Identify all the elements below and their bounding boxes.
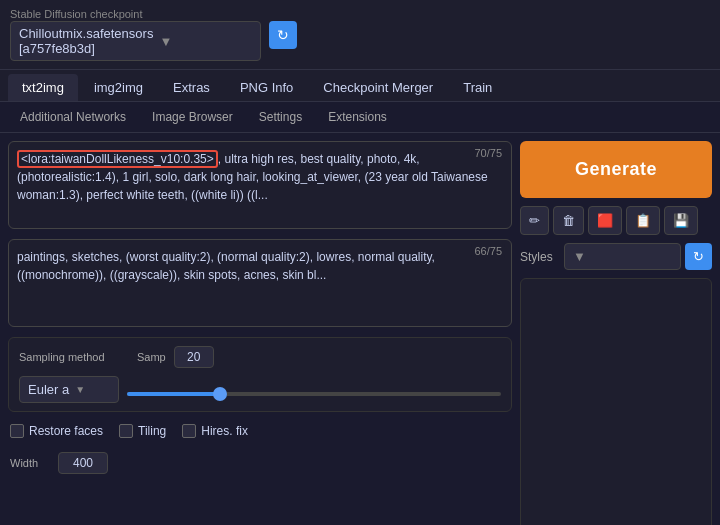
top-bar: Stable Diffusion checkpoint Chilloutmix.… (0, 0, 720, 70)
tab-extras[interactable]: Extras (159, 74, 224, 101)
method-chevron-icon: ▼ (75, 384, 85, 395)
restore-faces-checkbox[interactable]: Restore faces (10, 424, 103, 438)
main-tabs: txt2img img2img Extras PNG Info Checkpoi… (0, 70, 720, 102)
sub-tab-settings[interactable]: Settings (247, 106, 314, 128)
clipboard-button[interactable]: 📋 (626, 206, 660, 235)
tab-checkpoint-merger[interactable]: Checkpoint Merger (309, 74, 447, 101)
floppy-button[interactable]: 💾 (664, 206, 698, 235)
method-value: Euler a (28, 382, 69, 397)
width-value[interactable]: 400 (58, 452, 108, 474)
lora-tag: <lora:taiwanDollLikeness_v10:0.35> (17, 150, 218, 168)
styles-row: Styles ▼ ↻ (520, 243, 712, 270)
sampling-method-dropdown[interactable]: Euler a ▼ (19, 376, 119, 403)
tiling-checkbox[interactable]: Tiling (119, 424, 166, 438)
sub-tab-extensions[interactable]: Extensions (316, 106, 399, 128)
styles-refresh-button[interactable]: ↻ (685, 243, 712, 270)
pencil-button[interactable]: ✏ (520, 206, 549, 235)
image-preview (520, 278, 712, 525)
checkpoint-selector: Stable Diffusion checkpoint Chilloutmix.… (10, 8, 261, 61)
hires-fix-checkbox[interactable]: Hires. fix (182, 424, 248, 438)
sampling-method-label: Sampling method (19, 351, 129, 363)
steps-slider-track (127, 392, 501, 396)
styles-label: Styles (520, 250, 560, 264)
styles-dropdown[interactable]: ▼ (564, 243, 681, 270)
chevron-down-icon: ▼ (159, 34, 251, 49)
hires-fix-checkbox-box (182, 424, 196, 438)
restore-faces-label: Restore faces (29, 424, 103, 438)
restore-faces-checkbox-box (10, 424, 24, 438)
steps-value[interactable]: 20 (174, 346, 214, 368)
sub-tab-image-browser[interactable]: Image Browser (140, 106, 245, 128)
checkpoint-refresh-button[interactable]: ↻ (269, 21, 297, 49)
hires-fix-label: Hires. fix (201, 424, 248, 438)
positive-prompt-text[interactable]: <lora:taiwanDollLikeness_v10:0.35>, ultr… (17, 150, 503, 220)
checkpoint-value: Chilloutmix.safetensors [a757fe8b3d] (19, 26, 153, 56)
neg-prompt-body: paintings, sketches, (worst quality:2), … (17, 250, 435, 282)
trash-button[interactable]: 🗑 (553, 206, 584, 235)
tab-txt2img[interactable]: txt2img (8, 74, 78, 101)
checkpoint-dropdown[interactable]: Chilloutmix.safetensors [a757fe8b3d] ▼ (10, 21, 261, 61)
styles-dropdown-arrow: ▼ (573, 249, 586, 264)
checkpoint-label: Stable Diffusion checkpoint (10, 8, 261, 20)
action-buttons: ✏ 🗑 🟥 📋 💾 (520, 206, 712, 235)
tiling-label: Tiling (138, 424, 166, 438)
tiling-checkbox-box (119, 424, 133, 438)
sub-tab-additional-networks[interactable]: Additional Networks (8, 106, 138, 128)
main-content: 70/75 <lora:taiwanDollLikeness_v10:0.35>… (0, 133, 720, 525)
sub-tabs: Additional Networks Image Browser Settin… (0, 102, 720, 133)
width-row: Width 400 (8, 450, 512, 476)
positive-prompt-container: 70/75 <lora:taiwanDollLikeness_v10:0.35>… (8, 141, 512, 229)
sampling-section: Sampling method Samp 20 Euler a ▼ (8, 337, 512, 412)
generate-button[interactable]: Generate (520, 141, 712, 198)
tab-png-info[interactable]: PNG Info (226, 74, 307, 101)
tab-img2img[interactable]: img2img (80, 74, 157, 101)
right-panel: Generate ✏ 🗑 🟥 📋 💾 Styles ▼ ↻ (512, 141, 712, 525)
red-square-button[interactable]: 🟥 (588, 206, 622, 235)
steps-slider-container (127, 384, 501, 396)
prompt-counter: 70/75 (471, 146, 505, 160)
steps-slider-thumb[interactable] (213, 387, 227, 401)
negative-prompt-container: 66/75 paintings, sketches, (worst qualit… (8, 239, 512, 327)
negative-prompt-text[interactable]: paintings, sketches, (worst quality:2), … (17, 248, 503, 318)
checkboxes-row: Restore faces Tiling Hires. fix (8, 418, 512, 444)
left-panel: 70/75 <lora:taiwanDollLikeness_v10:0.35>… (8, 141, 512, 525)
neg-prompt-counter: 66/75 (471, 244, 505, 258)
steps-slider-fill (127, 392, 221, 396)
width-label: Width (10, 457, 50, 469)
sampling-row: Sampling method Samp 20 (19, 346, 501, 368)
tab-train[interactable]: Train (449, 74, 506, 101)
sampling-steps-label: Samp (137, 351, 166, 363)
